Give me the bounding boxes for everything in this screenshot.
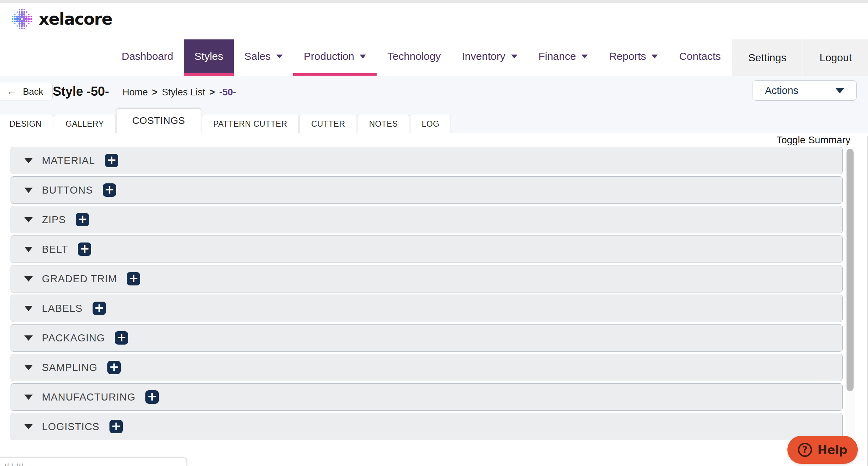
chevron-down-icon [24, 188, 33, 193]
nav-item-label: Sales [244, 50, 271, 62]
add-zips-button[interactable]: + [76, 213, 89, 226]
nav-item-label: Finance [539, 50, 576, 62]
costings-panel: MATERIAL+BUTTONS+ZIPS+BELT+GRADED TRIM+L… [11, 147, 855, 443]
nav-item-label: Logout [819, 52, 852, 64]
panel-scrollbar-thumb[interactable] [847, 149, 854, 391]
section-row-zips[interactable]: ZIPS+ [11, 206, 843, 233]
section-label: LOGISTICS [42, 421, 100, 433]
chevron-down-icon [24, 217, 33, 222]
back-button[interactable]: ← Back [0, 83, 53, 100]
main-nav: DashboardStylesSalesProductionTechnology… [0, 39, 868, 76]
nav-item-technology[interactable]: Technology [377, 39, 451, 76]
question-mark-icon: ? [798, 443, 812, 457]
chevron-down-icon [276, 55, 283, 58]
section-row-graded-trim[interactable]: GRADED TRIM+ [11, 265, 843, 292]
toggle-summary-link[interactable]: Toggle Summary [776, 134, 850, 146]
tab-pattern-cutter[interactable]: PATTERN CUTTER [202, 115, 299, 133]
add-material-button[interactable]: + [105, 154, 118, 167]
page-title: Style -50- [53, 84, 109, 99]
nav-item-label: Contacts [679, 50, 721, 62]
add-logistics-button[interactable]: + [109, 420, 123, 433]
chevron-down-icon [835, 88, 844, 93]
breadcrumb-current: -50- [219, 87, 236, 98]
status-bar-url-preview: // l /// [0, 458, 187, 466]
nav-item-production[interactable]: Production [293, 39, 377, 76]
nav-item-sales[interactable]: Sales [234, 39, 293, 76]
chevron-down-icon [24, 424, 33, 429]
add-labels-button[interactable]: + [93, 302, 106, 315]
back-arrow-icon: ← [7, 86, 17, 96]
chevron-down-icon [24, 306, 33, 311]
breadcrumb-separator: > [152, 87, 158, 98]
breadcrumb-link-styles-list[interactable]: Styles List [162, 87, 205, 98]
nav-item-dashboard[interactable]: Dashboard [111, 39, 184, 76]
nav-item-settings[interactable]: Settings [732, 39, 803, 76]
tab-cutter[interactable]: CUTTER [300, 115, 357, 133]
chevron-down-icon [581, 55, 588, 58]
chevron-down-icon [24, 158, 33, 163]
section-row-material[interactable]: MATERIAL+ [11, 147, 843, 174]
chevron-down-icon [652, 55, 658, 58]
nav-item-label: Settings [748, 52, 786, 64]
tab-costings[interactable]: COSTINGS [116, 108, 201, 133]
xelacore-logo-icon [11, 8, 33, 30]
tab-design[interactable]: DESIGN [0, 115, 53, 133]
style-tabs: DESIGNGALLERYCOSTINGSPATTERN CUTTERCUTTE… [0, 108, 452, 133]
section-label: BUTTONS [42, 184, 93, 196]
breadcrumb: Home>Styles List>-50- [122, 87, 236, 98]
section-row-buttons[interactable]: BUTTONS+ [11, 176, 843, 204]
breadcrumb-separator: > [209, 87, 215, 98]
section-row-sampling[interactable]: SAMPLING+ [11, 354, 843, 381]
app-header: xelacore DashboardStylesSalesProductionT… [0, 3, 868, 76]
nav-item-styles[interactable]: Styles [184, 39, 234, 76]
chevron-down-icon [360, 55, 366, 58]
chevron-down-icon [511, 55, 517, 58]
window-scrollbar-edge [867, 136, 868, 466]
section-row-manufacturing[interactable]: MANUFACTURING+ [11, 383, 843, 411]
brand-logo[interactable]: xelacore [11, 8, 112, 30]
actions-dropdown-button[interactable]: Actions [753, 80, 857, 101]
section-row-packaging[interactable]: PACKAGING+ [11, 324, 843, 352]
nav-item-logout[interactable]: Logout [803, 39, 868, 76]
help-button[interactable]: ? Help [787, 436, 858, 464]
section-row-belt[interactable]: BELT+ [11, 235, 843, 263]
nav-item-label: Inventory [462, 50, 505, 62]
nav-item-reports[interactable]: Reports [598, 39, 668, 76]
section-row-logistics[interactable]: LOGISTICS+ [11, 413, 843, 440]
tab-notes[interactable]: NOTES [358, 115, 410, 133]
add-packaging-button[interactable]: + [115, 331, 128, 345]
page-toolbar: ← Back Style -50- Home>Styles List>-50- … [0, 76, 868, 133]
nav-item-contacts[interactable]: Contacts [668, 39, 731, 76]
section-row-labels[interactable]: LABELS+ [11, 295, 843, 322]
section-label: BELT [42, 244, 68, 255]
nav-item-label: Dashboard [122, 50, 174, 62]
nav-item-label: Production [304, 50, 354, 62]
section-label: LABELS [42, 303, 83, 314]
add-buttons-button[interactable]: + [103, 183, 116, 197]
actions-dropdown-label: Actions [765, 85, 798, 96]
chevron-down-icon [24, 365, 33, 370]
tab-gallery[interactable]: GALLERY [54, 115, 115, 133]
costings-sections: MATERIAL+BUTTONS+ZIPS+BELT+GRADED TRIM+L… [11, 147, 843, 442]
add-belt-button[interactable]: + [78, 243, 91, 256]
section-label: MANUFACTURING [42, 391, 136, 403]
section-label: MATERIAL [42, 155, 95, 166]
section-label: GRADED TRIM [42, 273, 117, 285]
chevron-down-icon [24, 276, 33, 282]
costings-content: Toggle Summary MATERIAL+BUTTONS+ZIPS+BEL… [0, 133, 868, 466]
help-button-label: Help [818, 443, 848, 457]
add-graded-trim-button[interactable]: + [127, 272, 140, 285]
chevron-down-icon [24, 247, 33, 252]
panel-scrollbar-track[interactable] [845, 147, 855, 443]
nav-item-label: Reports [609, 50, 646, 62]
window-top-strip [0, 0, 868, 3]
section-label: PACKAGING [42, 332, 105, 344]
nav-item-finance[interactable]: Finance [528, 39, 599, 76]
nav-item-inventory[interactable]: Inventory [451, 39, 528, 76]
breadcrumb-link-home[interactable]: Home [122, 87, 148, 98]
back-button-label: Back [23, 86, 43, 97]
add-manufacturing-button[interactable]: + [145, 390, 159, 404]
tab-log[interactable]: LOG [410, 115, 451, 133]
add-sampling-button[interactable]: + [107, 361, 121, 374]
chevron-down-icon [24, 335, 33, 341]
